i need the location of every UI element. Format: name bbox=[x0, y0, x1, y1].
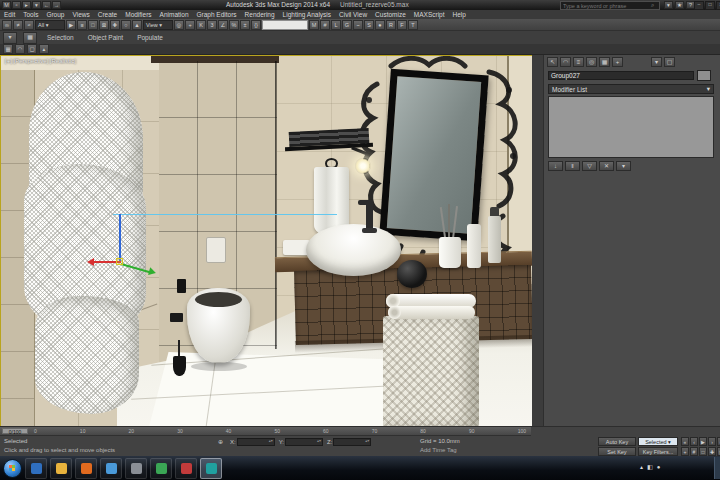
viewport-label[interactable]: [+] [Perspective] [Realistic] bbox=[5, 58, 76, 64]
tray-show-hidden-icon[interactable]: ▴ bbox=[640, 461, 643, 473]
x-coordinate-field[interactable] bbox=[237, 438, 275, 446]
flush-plate[interactable] bbox=[206, 237, 226, 263]
wall-hook-lower[interactable] bbox=[170, 313, 183, 322]
select-by-name-icon[interactable]: ≡ bbox=[77, 20, 87, 30]
framed-wall-mirror[interactable] bbox=[379, 69, 488, 241]
taskbar-app-icon-4[interactable] bbox=[100, 458, 122, 479]
close-button[interactable]: ✕ bbox=[716, 1, 720, 10]
search-icon[interactable]: ⌕ bbox=[651, 2, 656, 9]
perspective-viewport[interactable]: [+] [Perspective] [Realistic] bbox=[0, 55, 533, 428]
menu-item[interactable]: Tools bbox=[19, 10, 42, 19]
reference-coordinate-system-dropdown[interactable]: View ▾ bbox=[143, 20, 173, 30]
schematic-view-icon[interactable]: S bbox=[364, 20, 374, 30]
auto-key-button[interactable]: Auto Key bbox=[598, 437, 636, 446]
zoom-icon[interactable]: + bbox=[681, 447, 689, 456]
taskbar-app-icon-1[interactable] bbox=[25, 458, 47, 479]
select-object-icon[interactable]: ▶ bbox=[66, 20, 76, 30]
animate-selection-dropdown[interactable]: Selected ▾ bbox=[638, 437, 678, 446]
search-go-icon[interactable]: ▾ bbox=[664, 1, 673, 9]
y-coordinate-field[interactable] bbox=[285, 438, 323, 446]
menu-item[interactable]: MAXScript bbox=[410, 10, 449, 19]
taskbar-app-icon-7[interactable] bbox=[175, 458, 197, 479]
tray-volume-icon[interactable]: ◧ bbox=[647, 461, 653, 473]
graphite-ribbon-toggle-icon[interactable]: G bbox=[342, 20, 352, 30]
add-time-tag[interactable]: Add Time Tag bbox=[420, 447, 457, 453]
toilet-brush[interactable] bbox=[173, 356, 186, 376]
ribbon-tab[interactable]: Selection bbox=[40, 32, 81, 43]
edit-named-selection-sets-icon[interactable]: {} bbox=[251, 20, 261, 30]
menu-item[interactable]: Group bbox=[42, 10, 68, 19]
select-and-manipulate-icon[interactable]: + bbox=[185, 20, 195, 30]
menu-item[interactable]: Graph Editors bbox=[193, 10, 241, 19]
mirror-icon[interactable]: M bbox=[309, 20, 319, 30]
select-and-link-icon[interactable]: ∞ bbox=[2, 20, 12, 30]
create-tab-icon[interactable]: ↖ bbox=[547, 57, 558, 67]
z-coordinate-field[interactable] bbox=[333, 438, 371, 446]
object-name-field[interactable]: Group027 bbox=[548, 71, 694, 80]
object-color-swatch[interactable] bbox=[697, 70, 711, 81]
menu-item[interactable]: Customize bbox=[371, 10, 410, 19]
modify-tab-icon[interactable]: ◠ bbox=[560, 57, 571, 67]
angle-snap-icon[interactable]: ∠ bbox=[218, 20, 228, 30]
track-bar[interactable]: 0/100 0102030405060708090100 bbox=[0, 427, 531, 436]
curve-editor-icon[interactable]: ~ bbox=[353, 20, 363, 30]
select-and-move-icon[interactable]: ✚ bbox=[110, 20, 120, 30]
ribbon-tab[interactable]: Object Paint bbox=[81, 32, 130, 43]
play-icon[interactable]: ▶ bbox=[699, 437, 707, 446]
pan-icon[interactable]: ✚ bbox=[708, 447, 716, 456]
laundry-basket[interactable] bbox=[383, 316, 479, 427]
wall-hook-upper[interactable] bbox=[177, 279, 186, 293]
spinner-snap-icon[interactable]: ± bbox=[240, 20, 250, 30]
gizmo-center-handle[interactable] bbox=[116, 258, 123, 265]
ribbon-home-icon[interactable]: ▦ bbox=[23, 32, 37, 44]
go-to-start-icon[interactable]: « bbox=[681, 437, 689, 446]
cosmetic-bottle[interactable] bbox=[467, 224, 481, 268]
brush-cup[interactable] bbox=[439, 237, 461, 268]
menu-item[interactable]: Create bbox=[94, 10, 122, 19]
menu-item[interactable]: Lighting Analysis bbox=[279, 10, 335, 19]
minimize-button[interactable]: – bbox=[694, 1, 704, 10]
redo-icon[interactable]: → bbox=[52, 1, 61, 9]
pin-stack-icon[interactable]: ↓ bbox=[548, 161, 563, 171]
render-production-icon[interactable]: T bbox=[408, 20, 418, 30]
percent-snap-icon[interactable]: % bbox=[229, 20, 239, 30]
zoom-extents-icon[interactable]: □ bbox=[699, 447, 707, 456]
bind-to-space-warp-icon[interactable]: ≈ bbox=[24, 20, 34, 30]
menu-item[interactable]: Animation bbox=[156, 10, 193, 19]
wall-lamp-glow[interactable] bbox=[355, 158, 371, 174]
menu-item[interactable]: Modifiers bbox=[121, 10, 155, 19]
maximize-button[interactable]: □ bbox=[705, 1, 715, 10]
snaps-toggle-icon[interactable]: 3 bbox=[207, 20, 217, 30]
next-frame-icon[interactable]: › bbox=[708, 437, 716, 446]
key-filters-button[interactable]: Key Filters... bbox=[638, 447, 678, 456]
ribbon-selection-tool-icon[interactable]: ▢ bbox=[27, 44, 37, 54]
soap-dispenser[interactable] bbox=[488, 216, 501, 263]
keyboard-shortcut-override-icon[interactable]: K bbox=[196, 20, 206, 30]
ribbon-tab[interactable]: Populate bbox=[130, 32, 170, 43]
new-file-icon[interactable]: ▫ bbox=[12, 1, 21, 9]
show-end-result-icon[interactable]: ‖ bbox=[565, 161, 580, 171]
save-file-icon[interactable]: ▾ bbox=[32, 1, 41, 9]
remove-modifier-icon[interactable]: ✕ bbox=[599, 161, 614, 171]
panel-page-icon[interactable]: ▢ bbox=[664, 57, 675, 67]
taskbar-app-icon-8[interactable] bbox=[200, 458, 222, 479]
transform-type-in-toggle[interactable]: ⊕ bbox=[218, 438, 223, 445]
taskbar-app-icon-6[interactable] bbox=[150, 458, 172, 479]
material-editor-icon[interactable]: ● bbox=[375, 20, 385, 30]
menu-item[interactable]: Rendering bbox=[241, 10, 279, 19]
make-unique-icon[interactable]: ▽ bbox=[582, 161, 597, 171]
hierarchy-tab-icon[interactable]: ≡ bbox=[573, 57, 584, 67]
selection-filter-dropdown[interactable]: All ▾ bbox=[35, 20, 65, 30]
vessel-sink[interactable] bbox=[306, 224, 401, 276]
search-input[interactable] bbox=[561, 3, 651, 9]
modifier-list-dropdown[interactable]: Modifier List ▾ bbox=[548, 84, 714, 94]
unlink-selection-icon[interactable]: ≠ bbox=[13, 20, 23, 30]
named-selection-sets-field[interactable] bbox=[262, 20, 308, 30]
set-key-button[interactable]: Set Key bbox=[598, 447, 636, 456]
utilities-tab-icon[interactable]: + bbox=[612, 57, 623, 67]
faucet[interactable] bbox=[366, 200, 373, 230]
undo-icon[interactable]: ← bbox=[42, 1, 51, 9]
select-and-rotate-icon[interactable]: ○ bbox=[121, 20, 131, 30]
infocenter-search[interactable]: ⌕ bbox=[560, 1, 660, 10]
menu-item[interactable]: Views bbox=[68, 10, 93, 19]
